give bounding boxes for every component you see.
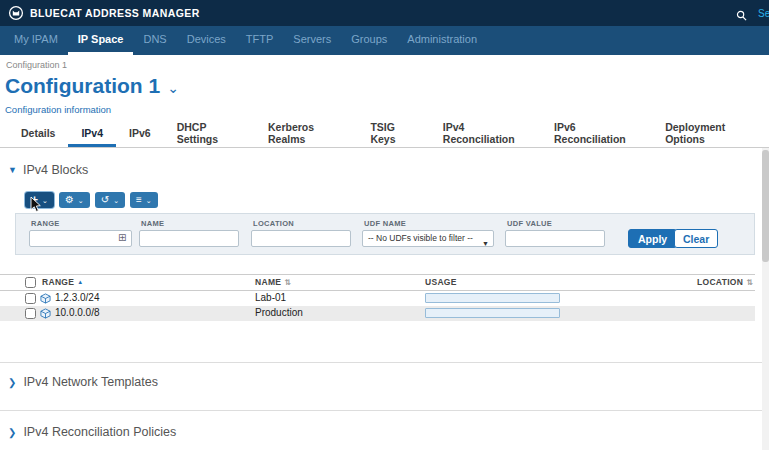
udf-name-filter-label: UDF NAME bbox=[364, 219, 406, 228]
chevron-down-icon: ⌄ bbox=[113, 197, 119, 204]
udf-name-selected-value: -- No UDFs visible to filter -- bbox=[368, 233, 473, 243]
name-filter-input[interactable] bbox=[139, 230, 239, 247]
column-header-location[interactable]: LOCATION⇅ bbox=[697, 277, 753, 287]
main-nav: My IPAM IP Space DNS Devices TFTP Server… bbox=[0, 26, 769, 55]
breadcrumb[interactable]: Configuration 1 bbox=[6, 60, 67, 70]
column-header-name[interactable]: NAME⇅ bbox=[255, 277, 291, 287]
blocks-filter-panel: RANGE ⊞ NAME LOCATION UDF NAME -- No UDF… bbox=[15, 213, 755, 255]
tab-kerberos-realms[interactable]: Kerberos Realms bbox=[255, 121, 357, 147]
chevron-down-icon: ⌄ bbox=[78, 197, 84, 204]
menu-icon: ≡ bbox=[136, 195, 142, 205]
ipv4-block-cube-icon bbox=[40, 293, 51, 306]
bluecat-address-manager-page: BLUECAT ADDRESS MANAGER Se My IPAM IP Sp… bbox=[0, 0, 769, 450]
title-chevron-down-icon[interactable]: ⌄ bbox=[167, 80, 179, 96]
udf-name-select[interactable]: -- No UDFs visible to filter -- ▼ bbox=[362, 230, 494, 247]
tab-ipv4-reconciliation[interactable]: IPv4 Reconciliation bbox=[430, 121, 541, 147]
select-all-checkbox[interactable] bbox=[25, 277, 36, 288]
tab-dhcp-settings[interactable]: DHCP Settings bbox=[164, 121, 255, 147]
plus-icon: + bbox=[31, 194, 38, 206]
nav-item-groups[interactable]: Groups bbox=[341, 26, 397, 55]
search-icon[interactable] bbox=[736, 7, 747, 25]
location-filter-input[interactable] bbox=[251, 230, 351, 247]
column-header-usage: USAGE bbox=[425, 277, 457, 287]
location-filter-label: LOCATION bbox=[253, 219, 294, 228]
nav-item-servers[interactable]: Servers bbox=[283, 26, 341, 55]
column-header-location-label: LOCATION bbox=[697, 277, 743, 287]
page-title: Configuration 1⌄ bbox=[5, 74, 179, 98]
name-cell: Production bbox=[255, 307, 303, 318]
tab-bar: Details IPv4 IPv6 DHCP Settings Kerberos… bbox=[0, 121, 769, 148]
udf-value-filter-input[interactable] bbox=[505, 230, 605, 247]
column-header-range-label: RANGE bbox=[42, 277, 74, 287]
vertical-scrollbar[interactable] bbox=[762, 148, 769, 450]
row-checkbox[interactable] bbox=[25, 308, 36, 319]
nav-item-my-ipam[interactable]: My IPAM bbox=[4, 26, 68, 55]
name-cell: Lab-01 bbox=[255, 292, 286, 303]
chevron-down-icon: ⌄ bbox=[42, 197, 48, 204]
range-link[interactable]: 1.2.3.0/24 bbox=[55, 292, 99, 303]
apply-button[interactable]: Apply bbox=[628, 229, 677, 248]
sort-both-icon: ⇅ bbox=[746, 278, 753, 287]
actions-gear-button[interactable]: ⚙ ⌄ bbox=[59, 192, 90, 208]
name-filter-label: NAME bbox=[141, 219, 164, 228]
blocks-table-header: RANGE▲ NAME⇅ USAGE LOCATION⇅ bbox=[0, 274, 755, 291]
table-row: 10.0.0.0/8 Production bbox=[0, 306, 755, 321]
table-row: 1.2.3.0/24 Lab-01 bbox=[0, 291, 755, 306]
tab-deployment-options[interactable]: Deployment Options bbox=[652, 121, 769, 147]
page-title-text: Configuration 1 bbox=[5, 74, 160, 97]
udf-value-filter-label: UDF VALUE bbox=[507, 219, 552, 228]
ip-picker-grid-icon[interactable]: ⊞ bbox=[118, 233, 126, 243]
range-filter-input[interactable] bbox=[29, 230, 132, 247]
configuration-information-link[interactable]: Configuration information bbox=[5, 104, 111, 115]
nav-item-ip-space[interactable]: IP Space bbox=[68, 26, 134, 55]
tab-tsig-keys[interactable]: TSIG Keys bbox=[357, 121, 429, 147]
blocks-toolbar: + ⌄ ⚙ ⌄ ↺ ⌄ ≡ ⌄ bbox=[25, 192, 158, 208]
sort-both-icon: ⇅ bbox=[284, 278, 291, 287]
nav-item-tftp[interactable]: TFTP bbox=[236, 26, 284, 55]
column-header-range[interactable]: RANGE▲ bbox=[42, 277, 83, 287]
top-bar: BLUECAT ADDRESS MANAGER Se bbox=[0, 0, 769, 26]
search-link[interactable]: Se bbox=[758, 8, 769, 19]
history-undo-button[interactable]: ↺ ⌄ bbox=[95, 192, 125, 208]
undo-icon: ↺ bbox=[101, 195, 109, 205]
column-header-name-label: NAME bbox=[255, 277, 281, 287]
clear-button[interactable]: Clear bbox=[674, 229, 718, 248]
chevron-down-icon: ▼ bbox=[8, 165, 17, 175]
nav-item-devices[interactable]: Devices bbox=[177, 26, 236, 55]
view-menu-button[interactable]: ≡ ⌄ bbox=[130, 192, 158, 208]
chevron-down-icon: ⌄ bbox=[146, 197, 152, 204]
usage-bar bbox=[425, 308, 560, 318]
usage-bar bbox=[425, 293, 560, 303]
section-title: IPv4 Reconciliation Policies bbox=[23, 425, 176, 439]
nav-item-dns[interactable]: DNS bbox=[133, 26, 176, 55]
bluecat-logo-icon bbox=[8, 5, 24, 21]
chevron-right-icon: ❯ bbox=[8, 377, 16, 388]
tab-details[interactable]: Details bbox=[8, 121, 68, 147]
row-checkbox[interactable] bbox=[25, 293, 36, 304]
column-header-usage-label: USAGE bbox=[425, 277, 457, 287]
tab-ipv6[interactable]: IPv6 bbox=[116, 121, 164, 147]
chevron-right-icon: ❯ bbox=[8, 427, 16, 438]
section-divider bbox=[0, 362, 769, 363]
range-link[interactable]: 10.0.0.0/8 bbox=[55, 307, 99, 318]
add-block-button[interactable]: + ⌄ bbox=[25, 192, 54, 208]
tab-ipv6-reconciliation[interactable]: IPv6 Reconciliation bbox=[541, 121, 652, 147]
section-divider bbox=[0, 410, 769, 411]
select-caret-icon: ▼ bbox=[482, 236, 489, 247]
tab-ipv4[interactable]: IPv4 bbox=[68, 121, 116, 147]
sort-ascending-icon: ▲ bbox=[77, 279, 83, 285]
range-filter-label: RANGE bbox=[31, 219, 60, 228]
section-title: IPv4 Blocks bbox=[23, 163, 88, 177]
gear-icon: ⚙ bbox=[65, 195, 74, 205]
section-title: IPv4 Network Templates bbox=[23, 375, 158, 389]
section-ipv4-blocks-header[interactable]: ▼ IPv4 Blocks bbox=[8, 163, 88, 177]
section-ipv4-network-templates-header[interactable]: ❯ IPv4 Network Templates bbox=[8, 375, 158, 389]
scrollbar-thumb[interactable] bbox=[762, 150, 769, 262]
ipv4-block-cube-icon bbox=[40, 308, 51, 321]
app-title: BLUECAT ADDRESS MANAGER bbox=[30, 7, 200, 19]
section-ipv4-reconciliation-policies-header[interactable]: ❯ IPv4 Reconciliation Policies bbox=[8, 425, 176, 439]
nav-item-administration[interactable]: Administration bbox=[397, 26, 487, 55]
